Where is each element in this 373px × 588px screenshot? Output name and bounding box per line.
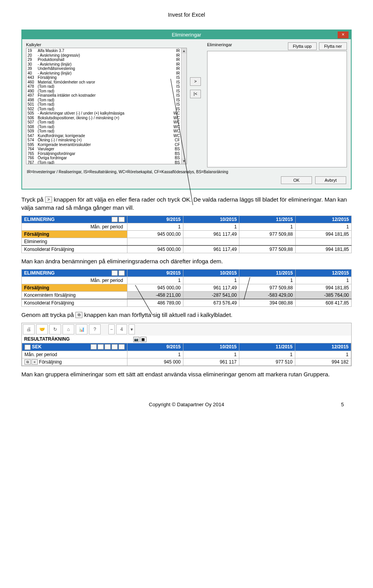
cancel-button[interactable]: Avbryt <box>315 176 346 184</box>
result-toolbar-screenshot: 🖨 🤝 ↻ ⌂ 📊 ? − 4 ▾ RESULTATRÄKNING 📷 ▦ ⧉ … <box>21 323 352 366</box>
page-header: Invest for Excel <box>21 12 352 18</box>
grid-icon[interactable]: ▦ <box>140 337 146 342</box>
list-item[interactable]: 508(Tom rad)WC <box>28 125 180 129</box>
paragraph-3: Genom att trycka på ⧉ knappen kan man fö… <box>21 311 352 319</box>
elimineringar-listbox[interactable] <box>207 51 347 167</box>
ok-button[interactable]: OK <box>281 176 312 184</box>
nav-table-icon[interactable]: ⧉ <box>119 217 125 222</box>
elimineringar-label: Elimineringar <box>207 42 286 49</box>
elimination-table-2: ELIMINERING ◁ ⧉ 9/2015 10/2015 11/2015 1… <box>21 269 352 307</box>
list-item[interactable]: 490(Tom rad)IS <box>28 89 180 94</box>
elimination-table-1: ELIMINERING ◁ ⧉ 9/2015 10/2015 11/2015 1… <box>21 216 352 253</box>
expand-row-icon[interactable]: ≡ <box>31 359 38 365</box>
eliminations-dialog: Elimineringar × Kalkyler 19Alfa Maskin 3… <box>21 30 352 190</box>
goto-icon-inline: ⧉ <box>75 312 82 318</box>
list-item[interactable]: 19Alfa Maskin 3.7IR <box>28 49 180 53</box>
list-item[interactable]: 478(Tom rad)IS <box>28 84 180 89</box>
spinner-value[interactable]: 4 <box>116 324 127 334</box>
list-item[interactable]: 30 - Avskrivning (linjär)IR <box>28 62 180 67</box>
paragraph-1: Tryck på > knappen för att välja en elle… <box>21 195 352 212</box>
list-item[interactable]: 767(Tom rad)BS <box>28 160 180 164</box>
listbox-scrollbar[interactable]: ▲ ▼ <box>181 48 186 164</box>
list-item[interactable]: 547Kundfordringar, korrigeradeWC <box>28 134 180 138</box>
nav-prev-icon[interactable]: ◁ <box>112 217 118 222</box>
list-item[interactable]: 766Övriga fordringarBS <box>28 156 180 160</box>
table-title: ELIMINERING <box>24 217 55 222</box>
move-icon-inline: > <box>45 197 52 203</box>
page-footer: Copyright © Datapartner Oy 2014 5 <box>21 402 352 407</box>
list-item[interactable]: 502(Tom rad)IS <box>28 107 180 111</box>
page-number: 5 <box>341 402 344 407</box>
list-item[interactable]: 507(Tom rad)WC <box>28 120 180 125</box>
help-icon[interactable]: ? <box>89 324 101 334</box>
move-up-button[interactable]: Flytta upp <box>288 42 317 50</box>
list-item[interactable]: 595Korrigerade leverantörsskulderCF <box>28 143 180 147</box>
list-item[interactable]: 460Material, förnödenheter och varorIS <box>28 80 180 85</box>
refresh-icon[interactable]: ↻ <box>49 324 61 334</box>
print-icon[interactable]: 🖨 <box>23 324 35 334</box>
move-down-button[interactable]: Flytta ner <box>319 42 347 50</box>
scroll-up-icon[interactable]: ▲ <box>181 48 186 54</box>
list-item[interactable]: 505- Avskrivningar utöver (-) / under (+… <box>28 111 180 116</box>
move-right-button[interactable]: > <box>190 77 201 86</box>
list-item[interactable]: 506Bokslutsdispositioner, ökning (-) / m… <box>28 116 180 120</box>
bg-icon[interactable]: ▦ <box>98 344 104 350</box>
nav-fwd-icon[interactable]: ▸ <box>119 344 125 350</box>
kalkyler-listbox[interactable]: 19Alfa Maskin 3.7IR20 - Avskrivning (deg… <box>26 48 187 164</box>
dialog-title-bar: Elimineringar × <box>22 30 351 39</box>
nav-prev-icon[interactable]: ◁ <box>112 270 118 276</box>
home-icon[interactable]: ⌂ <box>63 324 74 334</box>
list-item[interactable]: 443FörsäljningIS <box>28 75 180 80</box>
list-item[interactable]: 501(Tom rad)IS <box>28 102 180 107</box>
row-icon[interactable]: ⧉ <box>24 359 31 365</box>
collapse-icon[interactable]: − <box>108 324 115 334</box>
close-button[interactable]: × <box>338 31 349 38</box>
nav-last-icon[interactable]: >| <box>112 344 118 350</box>
nav-first-icon[interactable]: |< <box>105 344 111 350</box>
copyright-text: Copyright © Datapartner Oy 2014 <box>149 402 224 407</box>
list-item[interactable]: 497Finansiella intäkter och kostnaderIS <box>28 93 180 98</box>
handshake-icon[interactable]: 🤝 <box>36 324 48 334</box>
paragraph-2: Man kan ändra benämningen på eliminering… <box>21 257 352 265</box>
kalkyler-label: Kalkyler <box>26 42 187 47</box>
list-item[interactable]: 764VarulagerBS <box>28 147 180 151</box>
camera-icon[interactable]: 📷 <box>133 337 139 342</box>
list-item[interactable]: 39UnderhållsinvesteringIR <box>28 66 180 71</box>
reset-button[interactable]: |< <box>190 90 201 98</box>
dialog-title-text: Elimineringar <box>172 32 201 38</box>
list-item[interactable]: 40 - Avskrivning (linjär)IR <box>28 71 180 76</box>
list-item[interactable]: 574Ökning (-) / minskning (+)CF <box>28 138 180 143</box>
list-item[interactable]: 20 - Avskrivning (degressiv)IR <box>28 53 180 58</box>
list-item[interactable]: 509(Tom rad)WC <box>28 129 180 134</box>
nav-table-icon[interactable]: ⧉ <box>119 270 125 276</box>
spinner-arrow-icon[interactable]: ▾ <box>129 324 135 334</box>
expand-icon[interactable]: ⤢ <box>91 344 97 350</box>
list-item[interactable]: 498(Tom rad)IS <box>28 98 180 103</box>
list-item[interactable]: 765FörsäljningsfordringarBS <box>28 151 180 156</box>
paragraph-4: Man kan gruppera elimineringar som ett s… <box>21 370 352 378</box>
list-item[interactable]: 29ProduktionshallIR <box>28 57 180 62</box>
cell-icon[interactable]: ⧉ <box>24 344 31 350</box>
resultatrakning-label: RESULTATRÄKNING 📷 ▦ <box>22 336 351 343</box>
chart-icon[interactable]: 📊 <box>76 324 87 334</box>
